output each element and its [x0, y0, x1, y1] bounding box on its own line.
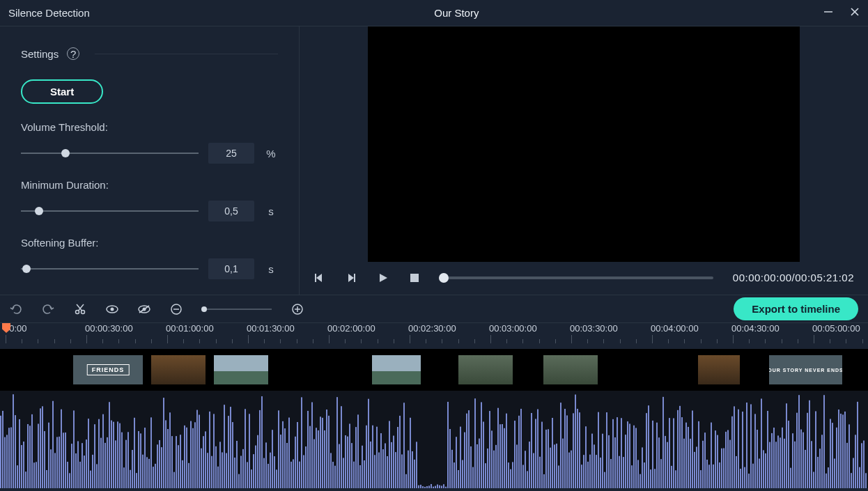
minimum-duration-slider[interactable] — [21, 210, 199, 212]
svg-rect-384 — [754, 414, 756, 488]
svg-rect-431 — [853, 458, 854, 488]
svg-rect-210 — [391, 442, 392, 488]
svg-rect-225 — [422, 486, 424, 488]
start-button[interactable]: Start — [21, 79, 103, 104]
svg-rect-95 — [150, 417, 152, 488]
svg-rect-144 — [253, 454, 254, 488]
svg-rect-334 — [650, 469, 651, 488]
svg-rect-252 — [479, 439, 480, 488]
clip-thumbnail[interactable] — [151, 355, 206, 384]
close-icon[interactable] — [850, 7, 860, 20]
svg-rect-99 — [159, 440, 160, 488]
clip-thumbnail[interactable] — [372, 355, 421, 384]
clip-thumbnail[interactable] — [214, 355, 268, 384]
video-preview[interactable] — [368, 26, 800, 262]
svg-rect-89 — [138, 431, 139, 488]
svg-rect-390 — [767, 411, 768, 488]
svg-rect-402 — [792, 433, 793, 488]
stop-icon[interactable] — [410, 273, 419, 283]
seekbar[interactable] — [439, 276, 713, 279]
volume-threshold-unit: % — [264, 148, 278, 159]
svg-rect-125 — [213, 414, 215, 488]
clip-thumbnail[interactable]: OUR STORY NEVER ENDS — [769, 355, 842, 384]
svg-rect-383 — [752, 464, 754, 488]
svg-rect-103 — [167, 429, 169, 488]
svg-rect-170 — [307, 411, 309, 488]
svg-rect-382 — [750, 404, 752, 488]
minimize-icon[interactable] — [823, 7, 833, 20]
step-back-icon[interactable] — [313, 272, 325, 283]
svg-rect-399 — [786, 403, 787, 488]
zoom-in-icon[interactable] — [291, 303, 304, 315]
eye-icon[interactable] — [106, 304, 118, 314]
svg-rect-128 — [219, 442, 221, 488]
svg-rect-37 — [29, 426, 31, 488]
svg-rect-84 — [127, 432, 129, 488]
svg-rect-326 — [633, 426, 635, 488]
svg-rect-419 — [828, 467, 829, 488]
help-icon[interactable]: ? — [67, 47, 79, 60]
clip-thumbnail[interactable] — [698, 355, 740, 384]
svg-rect-28 — [10, 428, 12, 488]
svg-rect-335 — [652, 421, 653, 488]
svg-rect-302 — [583, 455, 584, 488]
svg-rect-50 — [56, 437, 58, 488]
undo-icon[interactable] — [10, 303, 22, 315]
svg-rect-142 — [249, 414, 250, 488]
svg-rect-149 — [263, 458, 265, 488]
svg-rect-396 — [780, 437, 781, 488]
svg-rect-83 — [125, 440, 127, 488]
softening-buffer-value[interactable]: 0,1 — [208, 258, 254, 279]
svg-rect-260 — [495, 445, 497, 488]
volume-threshold-value[interactable]: 25 — [208, 143, 254, 164]
svg-rect-333 — [648, 405, 649, 488]
svg-rect-185 — [339, 444, 340, 488]
svg-rect-231 — [435, 486, 436, 488]
redo-icon[interactable] — [42, 303, 54, 315]
minimum-duration-unit: s — [264, 205, 278, 217]
minimum-duration-value[interactable]: 0,5 — [208, 201, 254, 221]
svg-rect-146 — [257, 435, 258, 488]
svg-point-9 — [76, 310, 79, 313]
svg-rect-319 — [619, 456, 620, 488]
svg-rect-278 — [533, 453, 534, 488]
svg-rect-309 — [598, 412, 599, 488]
svg-rect-190 — [349, 423, 350, 488]
waveform[interactable] — [0, 391, 868, 488]
svg-rect-241 — [456, 437, 457, 488]
clip-thumbnail[interactable] — [458, 355, 513, 384]
svg-rect-298 — [575, 394, 576, 488]
svg-point-14 — [111, 307, 114, 311]
clip-track[interactable]: FRIENDS OUR STORY NEVER ENDS — [0, 349, 868, 391]
export-button[interactable]: Export to timeline — [734, 297, 858, 320]
eye-off-icon[interactable] — [138, 304, 150, 314]
clip-thumbnail[interactable] — [543, 355, 598, 384]
cut-icon[interactable] — [74, 303, 86, 315]
svg-rect-251 — [476, 444, 478, 488]
svg-rect-359 — [702, 441, 704, 488]
zoom-slider[interactable] — [202, 309, 272, 310]
svg-rect-63 — [84, 455, 85, 488]
svg-rect-269 — [514, 421, 516, 488]
step-forward-icon[interactable] — [346, 272, 357, 283]
svg-rect-143 — [251, 469, 252, 488]
svg-rect-55 — [67, 462, 68, 488]
play-icon[interactable] — [378, 272, 389, 283]
svg-rect-41 — [38, 424, 39, 488]
svg-rect-121 — [205, 431, 206, 488]
clip-thumbnail[interactable]: FRIENDS — [73, 355, 143, 384]
svg-rect-42 — [40, 408, 41, 488]
svg-rect-98 — [157, 444, 158, 488]
svg-rect-36 — [27, 424, 29, 488]
svg-rect-110 — [182, 460, 183, 488]
zoom-out-icon[interactable] — [170, 303, 183, 315]
svg-rect-349 — [681, 417, 683, 488]
svg-rect-243 — [460, 427, 461, 488]
svg-rect-61 — [79, 462, 81, 488]
svg-rect-329 — [640, 474, 641, 488]
volume-threshold-slider[interactable] — [21, 153, 199, 154]
svg-rect-287 — [552, 418, 553, 488]
softening-buffer-slider[interactable] — [21, 268, 199, 270]
svg-rect-219 — [410, 418, 411, 488]
timeline-ruler[interactable]: 00:0000:00:30:0000:01:00:0000:01:30:0000… — [0, 322, 868, 349]
